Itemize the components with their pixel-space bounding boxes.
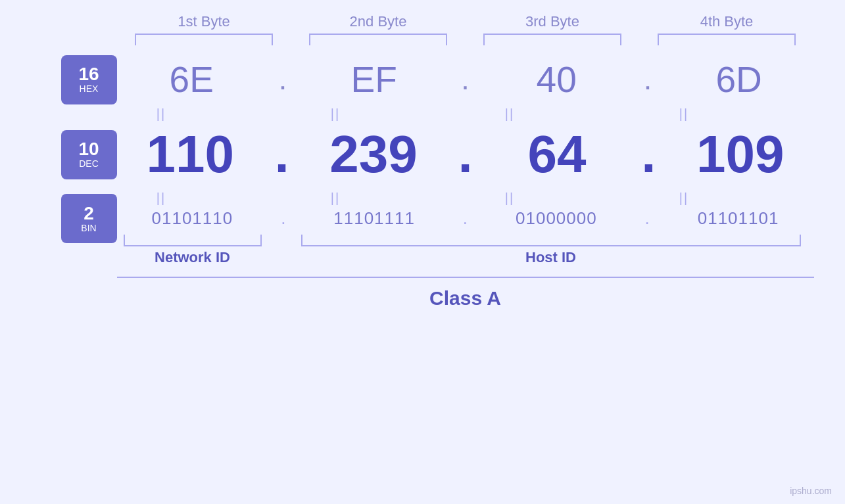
hex-b1: 6E	[122, 58, 260, 101]
bottom-brackets	[117, 235, 814, 246]
bracket-3	[483, 34, 621, 45]
dec-dot1: .	[274, 124, 289, 185]
equals-row-1: || || || ||	[74, 106, 771, 122]
hex-badge-number: 16	[78, 65, 99, 83]
network-bracket-line	[124, 235, 262, 246]
top-brackets	[117, 34, 814, 45]
byte1-header: 1st Byte	[135, 13, 273, 30]
eq1-b2: ||	[266, 106, 404, 122]
dec-dot2: .	[458, 124, 472, 185]
bin-dot1: .	[281, 208, 285, 229]
footer-text: ipshu.com	[790, 486, 832, 496]
hex-dot3: .	[644, 62, 652, 97]
bin-b4: 01101101	[669, 208, 808, 229]
class-line	[117, 277, 814, 278]
dec-badge-number: 10	[78, 140, 99, 158]
hex-badge: 16 HEX	[61, 55, 117, 104]
byte3-header: 3rd Byte	[483, 13, 621, 30]
dec-b1: 110	[121, 124, 259, 185]
class-area: Class A	[117, 277, 814, 309]
dec-b2: 239	[304, 124, 443, 185]
main-container: 1st Byte 2nd Byte 3rd Byte 4th Byte 16 H…	[0, 0, 845, 504]
bin-badge-number: 2	[84, 204, 94, 223]
network-bracket	[117, 235, 268, 246]
eq1-b1: ||	[92, 106, 230, 122]
eq1-b4: ||	[615, 106, 753, 122]
host-bracket	[288, 235, 814, 246]
hex-values: 6E . EF . 40 . 6D	[114, 58, 817, 101]
bin-values: 01101110 . 11101111 . 01000000 . 0110110…	[114, 208, 817, 229]
hex-dot1: .	[279, 62, 287, 97]
class-label: Class A	[117, 287, 814, 309]
eq2-b2: ||	[266, 191, 404, 206]
hex-dot2: .	[461, 62, 470, 97]
bin-badge: 2 BIN	[61, 194, 117, 243]
dec-values: 110 . 239 . 64 . 109	[114, 124, 817, 185]
dec-dot3: .	[641, 124, 656, 185]
host-id-label: Host ID	[288, 249, 814, 266]
dec-badge-label: DEC	[79, 158, 99, 169]
bracket-1	[135, 34, 273, 45]
bin-row: 2 BIN 01101110 . 11101111 . 01000000 . 0…	[28, 208, 817, 229]
dec-row: 10 DEC 110 . 239 . 64 . 109	[28, 124, 817, 185]
eq2-b3: ||	[441, 191, 579, 206]
bin-badge-label: BIN	[81, 223, 96, 233]
host-bracket-line	[301, 235, 801, 246]
bracket-2	[309, 34, 447, 45]
eq1-b3: ||	[441, 106, 579, 122]
byte-headers: 1st Byte 2nd Byte 3rd Byte 4th Byte	[117, 13, 814, 30]
bin-b3: 01000000	[487, 208, 625, 229]
hex-b4: 6D	[670, 58, 808, 101]
dec-b4: 109	[671, 124, 809, 185]
hex-badge-label: HEX	[80, 83, 99, 94]
eq2-b4: ||	[615, 191, 753, 206]
network-id-label: Network ID	[117, 249, 268, 266]
byte2-header: 2nd Byte	[309, 13, 447, 30]
bracket-labels: Network ID Host ID	[117, 249, 814, 266]
bin-dot2: .	[463, 208, 468, 229]
hex-b2: EF	[305, 58, 443, 101]
dec-b3: 64	[488, 124, 626, 185]
hex-b3: 40	[487, 58, 625, 101]
bin-dot3: .	[645, 208, 650, 229]
footer: ipshu.com	[790, 486, 832, 496]
byte4-header: 4th Byte	[658, 13, 796, 30]
bin-b2: 11101111	[305, 208, 443, 229]
dec-badge: 10 DEC	[61, 130, 117, 179]
hex-row: 16 HEX 6E . EF . 40 . 6D	[28, 58, 817, 101]
bracket-4	[658, 34, 796, 45]
bin-b1: 01101110	[123, 208, 261, 229]
equals-row-2: || || || ||	[74, 191, 771, 206]
